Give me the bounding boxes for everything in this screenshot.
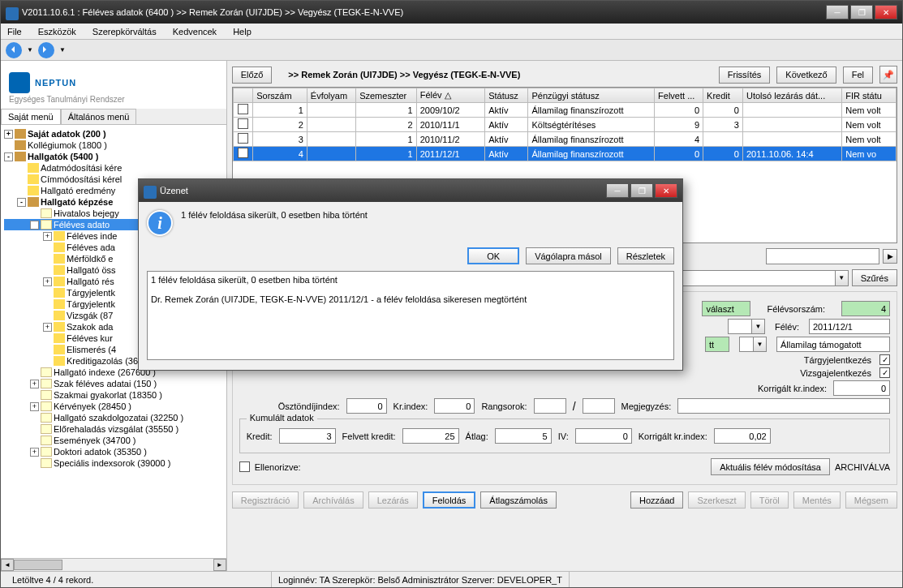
grid-cell[interactable]: 0 [655,147,703,161]
tree-toggle-icon[interactable] [30,459,39,468]
filter-go-icon[interactable]: ▶ [883,249,897,264]
grid-cell[interactable]: 2 [253,118,307,132]
refresh-button[interactable]: Frissítés [719,67,771,84]
tree-toggle-icon[interactable] [17,175,26,184]
tree-toggle-icon[interactable] [43,357,52,366]
tree-toggle-icon[interactable] [17,187,26,195]
tree-item[interactable]: Előrehaladás vizsgálat (35550 ) [4,423,223,435]
filter-button[interactable]: Szűrés [852,269,897,286]
menu-tools[interactable]: Eszközök [35,25,80,38]
reg-button[interactable]: Regisztráció [232,491,299,509]
grid-cell[interactable]: Államilag finanszírozott [528,147,655,161]
grid-cell[interactable]: 1 [356,132,417,147]
tab-own-menu[interactable]: Saját menü [1,109,61,125]
tree-hscroll[interactable]: ◄ ► [1,558,226,571]
tree-toggle-icon[interactable]: + [43,232,52,241]
grid-cell[interactable]: 2011/12/1 [416,147,484,161]
cancel-button[interactable]: Mégsem [845,491,897,509]
iv-value[interactable]: 0 [575,428,632,444]
grid-cell[interactable]: Államilag finanszírozott [528,132,655,147]
combo1-dd-icon[interactable]: ▼ [752,319,765,334]
dialog-maximize-button[interactable]: ❐ [630,183,653,198]
grid-cell[interactable]: 3 [703,118,743,132]
edit-button[interactable]: Szerkeszt [688,491,745,509]
dialog-close-button[interactable]: ✕ [655,183,677,198]
grid-cell[interactable]: Nem vo [842,147,897,161]
up-button[interactable]: Fel [843,67,873,84]
nav-back-icon[interactable] [6,42,22,58]
grid-cell[interactable]: 1 [356,147,417,161]
tree-toggle-icon[interactable] [43,266,52,275]
filter-field-1[interactable] [766,248,879,264]
tree-item[interactable]: Hallgató szakdolgozatai (32250 ) [4,412,223,423]
tree-item[interactable]: +Doktori adatok (35350 ) [4,446,223,457]
nav-fwd-dd[interactable]: ▼ [59,46,66,54]
grid-cell[interactable]: 2 [356,118,417,132]
tab-general-menu[interactable]: Általános menü [61,109,137,125]
next-button[interactable]: Következő [776,67,836,84]
tree-item[interactable]: +Szak féléves adatai (150 ) [4,378,223,389]
tree-toggle-icon[interactable] [43,255,52,264]
filter-combo-dd-icon[interactable]: ▼ [836,270,849,286]
grid-header[interactable]: Sorszám [253,88,307,103]
grid-cell[interactable]: Aktív [485,103,528,118]
tree-toggle-icon[interactable] [30,209,39,218]
maximize-button[interactable]: ❐ [850,5,873,19]
row-checkbox[interactable] [238,104,248,114]
grid-cell[interactable] [307,132,355,147]
grid-header[interactable]: FIR státu [842,88,897,103]
combo2-dd-icon[interactable]: ▼ [754,337,767,352]
grid-cell[interactable]: 2011.10.06. 14:4 [742,147,841,161]
grid-cell[interactable] [233,103,252,118]
tree-toggle-icon[interactable]: + [43,277,52,286]
grid-cell[interactable] [742,103,841,118]
nav-forward-icon[interactable] [38,42,54,58]
dialog-minimize-button[interactable]: ─ [606,183,629,198]
tree-toggle-icon[interactable]: + [30,402,39,411]
grid-header[interactable]: Évfolyam [307,88,355,103]
krindex-value[interactable]: 0 [434,398,475,414]
grid-cell[interactable]: 0 [655,103,703,118]
tree-item[interactable]: Adatmódosítási kére [4,162,223,174]
tree-toggle-icon[interactable]: - [17,198,26,207]
nav-back-dd[interactable]: ▼ [27,46,33,54]
grid-cell[interactable] [307,103,355,118]
megj-value[interactable] [677,398,890,414]
tree-toggle-icon[interactable]: - [30,221,39,230]
grid-cell[interactable]: Nem volt [842,118,897,132]
tree-item[interactable]: -Hallgatók (5400 ) [4,151,223,162]
pin-icon[interactable]: 📌 [879,66,897,84]
grid-cell[interactable]: Államilag finanszírozott [528,103,655,118]
rang-value-2[interactable] [583,398,615,414]
tree-toggle-icon[interactable] [30,425,39,434]
grid-cell[interactable]: 0 [703,103,743,118]
grid-header[interactable]: Felvett ... [655,88,703,103]
close-button[interactable]: ✕ [875,5,897,19]
aktualis-button[interactable]: Aktuális félév módosítása [711,458,830,475]
grid-cell[interactable] [307,118,355,132]
tree-toggle-icon[interactable]: + [30,448,39,457]
fel-button[interactable]: Feloldás [423,491,476,509]
kredit-value[interactable]: 3 [279,428,336,444]
tree-toggle-icon[interactable]: + [30,380,39,388]
grid-cell[interactable]: Költségtérítéses [528,118,655,132]
del-button[interactable]: Töröl [750,491,789,509]
atlag-value[interactable]: 5 [495,428,552,444]
add-button[interactable]: Hozzáad [630,491,683,509]
grid-header[interactable]: Státusz [485,88,528,103]
dialog-ok-button[interactable]: OK [467,247,519,264]
grid-cell[interactable]: 4 [253,147,307,161]
vizsga-checkbox[interactable]: ✓ [879,367,890,378]
grid-cell[interactable]: Nem volt [842,103,897,118]
tree-toggle-icon[interactable] [43,243,52,252]
grid-cell[interactable]: Aktív [485,147,528,161]
grid-cell[interactable]: 0 [703,147,743,161]
grid-cell[interactable] [233,147,252,161]
dialog-detail-text[interactable] [147,271,674,360]
row-checkbox[interactable] [238,148,248,158]
scroll-right-icon[interactable]: ► [213,559,226,571]
grid-cell[interactable]: 2010/11/2 [416,132,484,147]
osz-value[interactable]: 0 [346,398,387,414]
grid-cell[interactable]: Aktív [485,118,528,132]
minimize-button[interactable]: ─ [826,5,849,19]
